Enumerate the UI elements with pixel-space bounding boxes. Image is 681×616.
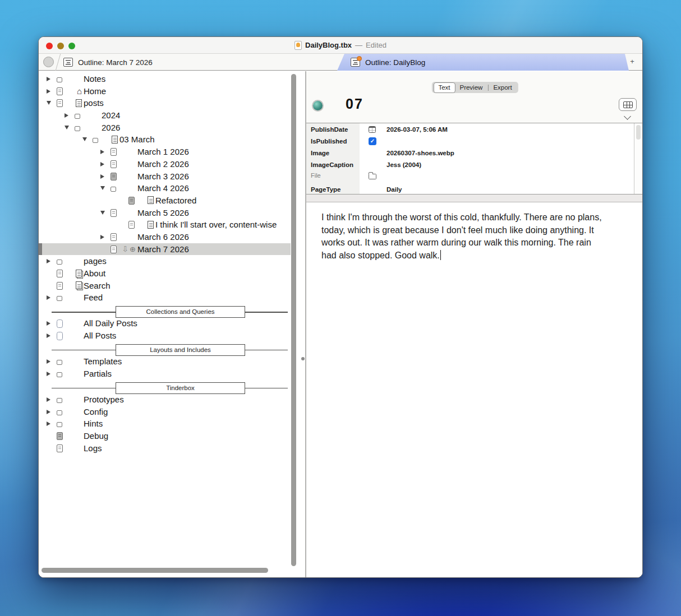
view-tab-text[interactable]: Text (433, 82, 455, 93)
outline-item-2024[interactable]: 2024 (39, 109, 291, 122)
outline-item-debug[interactable]: Debug (39, 430, 291, 442)
outline-item-home[interactable]: ⌂Home (39, 85, 291, 98)
attribute-name: PublishDate (306, 126, 360, 133)
outline-item-march-7-2026[interactable]: ⇩⊕March 7 2026 (39, 243, 291, 256)
pane-splitter-handle[interactable] (301, 357, 305, 360)
note-text-line[interactable]: today, which is great because I don't fe… (321, 224, 636, 237)
outline-item-refactored[interactable]: Refactored (39, 194, 291, 207)
disclosure-expanded-icon[interactable] (82, 137, 87, 141)
outline-item-march-2-2026[interactable]: March 2 2026 (39, 158, 291, 170)
separator-label[interactable]: Collections and Queries (116, 306, 245, 318)
outline-item-march-5-2026[interactable]: March 5 2026 (39, 207, 291, 219)
outline-item-logs[interactable]: Logs (39, 442, 291, 455)
outline-item-label: Logs (84, 443, 102, 453)
disclosure-collapsed-icon[interactable] (65, 113, 68, 118)
outline-item-search[interactable]: Search (39, 280, 291, 292)
tab-divider (56, 54, 61, 71)
disclosure-collapsed-icon[interactable] (100, 235, 104, 239)
disclosure-collapsed-icon[interactable] (47, 359, 50, 364)
outline-item-hints[interactable]: Hints (39, 418, 291, 430)
disclosure-collapsed-icon[interactable] (100, 162, 104, 166)
outline-item-label: Partials (84, 369, 112, 378)
outline-item-prototypes[interactable]: Prototypes (39, 393, 291, 406)
outline-item-label: March 7 2026 (137, 244, 189, 254)
view-tab-export[interactable]: Export (489, 83, 516, 92)
disclosure-collapsed-icon[interactable] (47, 295, 50, 300)
disclosure-collapsed-icon[interactable] (47, 321, 50, 326)
note-icon (57, 282, 63, 290)
outline-item-feed[interactable]: Feed (39, 291, 291, 304)
note-text-area[interactable]: I think I'm through the worst of this co… (306, 202, 643, 577)
separator-label[interactable]: Layouts and Includes (116, 344, 245, 356)
note-text-line[interactable]: I think I'm through the worst of this co… (321, 211, 636, 224)
outline-item-posts[interactable]: posts (39, 97, 291, 109)
horizontal-scrollbar[interactable] (42, 568, 268, 573)
attribute-value[interactable]: 20260307-shoes.webp (386, 150, 454, 156)
disclosure-collapsed-icon[interactable] (100, 174, 104, 179)
disclosure-collapsed-icon[interactable] (47, 77, 50, 81)
attribute-table-button[interactable] (619, 98, 637, 111)
container-icon (57, 360, 62, 365)
separator-label[interactable]: Tinderbox (116, 382, 245, 394)
attribute-value[interactable]: 2026-03-07, 5:06 AM (386, 126, 448, 133)
note-text-line[interactable]: works out. It was rather warm during our… (321, 237, 636, 249)
note-color-dot[interactable] (313, 101, 323, 110)
container-icon (57, 260, 62, 265)
attribute-row-image: Image20260307-shoes.webp (306, 147, 642, 159)
outline-item-about[interactable]: About (39, 267, 291, 280)
title-bar: DailyBlog.tbx — Edited (39, 37, 642, 54)
new-tab-button[interactable]: + (628, 57, 637, 66)
outline-item-03-march[interactable]: 03 March (39, 133, 291, 146)
view-tab-preview[interactable]: Preview (455, 83, 487, 92)
disclosure-collapsed-icon[interactable] (47, 422, 50, 426)
tab-outline-dailyblog[interactable]: Outline: DailyBlog (337, 54, 629, 71)
disclosure-expanded-icon[interactable] (100, 186, 105, 190)
tab-bar-circle-button[interactable] (43, 57, 54, 67)
disclosure-collapsed-icon[interactable] (47, 259, 50, 263)
doc-icon (148, 221, 154, 229)
attribute-value[interactable]: Daily (386, 186, 402, 193)
disclosure-expanded-icon[interactable] (47, 101, 51, 105)
calendar-icon (369, 126, 376, 133)
doc-icon (148, 196, 154, 204)
tab-outline-march-7-2026[interactable]: Outline: March 7 2026 (63, 54, 164, 71)
disclosure-collapsed-icon[interactable] (100, 150, 104, 154)
disclosure-collapsed-icon[interactable] (47, 372, 50, 376)
vertical-scrollbar[interactable] (291, 74, 296, 566)
minimize-button[interactable] (57, 43, 64, 49)
outline-item-i-think-i-ll-start-over-content-wise[interactable]: I think I'll start over, content-wise (39, 219, 291, 231)
zoom-button[interactable] (68, 43, 75, 49)
attribute-table-scrollbar[interactable] (634, 123, 642, 194)
outline-view-icon (351, 58, 360, 67)
note-body-text[interactable]: I think I'm through the worst of this co… (321, 211, 636, 262)
outline-item-all-daily-posts[interactable]: All Daily Posts (39, 317, 291, 330)
outline-item-all-posts[interactable]: All Posts (39, 330, 291, 342)
container-icon (57, 296, 62, 301)
outline-item-templates[interactable]: Templates (39, 355, 291, 368)
chevron-down-icon[interactable] (624, 113, 631, 120)
note-title[interactable]: 07 (346, 96, 363, 112)
outline-item-march-3-2026[interactable]: March 3 2026 (39, 170, 291, 183)
container-icon (57, 410, 62, 415)
disclosure-expanded-icon[interactable] (100, 211, 105, 215)
outline-item-march-6-2026[interactable]: March 6 2026 (39, 231, 291, 243)
folder-icon (369, 174, 376, 179)
disclosure-expanded-icon[interactable] (65, 126, 69, 129)
outline-item-march-4-2026[interactable]: March 4 2026 (39, 182, 291, 194)
disclosure-collapsed-icon[interactable] (47, 89, 50, 94)
close-button[interactable] (46, 43, 53, 49)
disclosure-collapsed-icon[interactable] (47, 334, 50, 338)
note-text-line[interactable]: had also stopped. Good walk. (321, 249, 636, 262)
outline-item-config[interactable]: Config (39, 406, 291, 418)
checkbox-checked-icon[interactable]: ✓ (369, 137, 376, 145)
outline-item-pages[interactable]: pages (39, 255, 291, 267)
outline-item-march-1-2026[interactable]: March 1 2026 (39, 146, 291, 158)
disclosure-collapsed-icon[interactable] (47, 397, 50, 402)
outline-item-2026[interactable]: 2026 (39, 122, 291, 134)
outline-item-partials[interactable]: Partials (39, 368, 291, 380)
docs-icon (76, 270, 82, 277)
attribute-value[interactable]: Jess (2004) (386, 161, 421, 168)
outline-item-label: Config (84, 407, 108, 416)
disclosure-collapsed-icon[interactable] (47, 410, 50, 414)
outline-item-notes[interactable]: Notes (39, 73, 291, 85)
